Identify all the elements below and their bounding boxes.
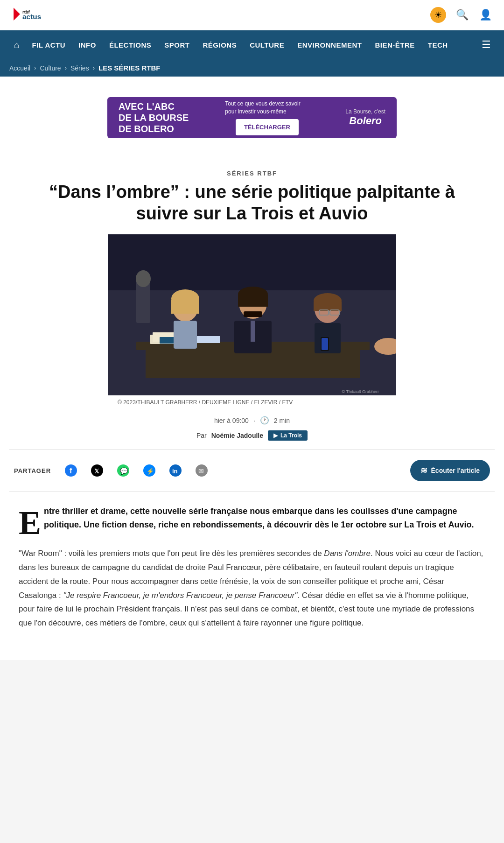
article-paragraph-1: "War Room" : voilà les premiers mots que… <box>19 547 485 630</box>
share-bar: PARTAGER f 𝕏 💬 ⚡ in ✉ ≋ Écouter l'articl… <box>0 450 504 492</box>
article-lead: Entre thriller et drame, cette nouvelle … <box>19 505 485 537</box>
article-title: “Dans l’ombre” : une série politique pal… <box>0 182 504 234</box>
nav-item-regions[interactable]: RÉGIONS <box>196 33 243 57</box>
lead-text: ntre thriller et drame, cette nouvelle s… <box>44 506 474 529</box>
svg-marker-0 <box>14 8 20 21</box>
svg-text:⚡: ⚡ <box>147 467 154 475</box>
listen-label: Écouter l'article <box>431 467 480 474</box>
svg-text:© Thibault Grabherr: © Thibault Grabherr <box>342 389 379 394</box>
nav-item-info[interactable]: INFO <box>72 33 103 57</box>
channel-name: La Trois <box>280 432 302 439</box>
article-section-label: SÉRIES RTBF <box>0 157 504 182</box>
ad-banner[interactable]: AVEC L'ABC DE LA BOURSE DE BOLERO Tout c… <box>107 97 397 138</box>
share-messenger-button[interactable]: ⚡ <box>140 462 158 479</box>
user-icon[interactable]: 👤 <box>478 7 493 22</box>
channel-arrow-icon: ▶ <box>273 432 278 439</box>
svg-text:f: f <box>70 467 72 475</box>
share-twitter-button[interactable]: 𝕏 <box>88 462 106 479</box>
share-whatsapp-button[interactable]: 💬 <box>114 462 132 479</box>
main-nav: ⌂ FIL ACTU INFO ÉLECTIONS SPORT RÉGIONS … <box>0 30 504 59</box>
breadcrumb-culture[interactable]: Culture <box>40 64 61 72</box>
article-meta: hier à 09:00 · 🕐 2 min <box>0 409 504 428</box>
breadcrumb-home[interactable]: Accueil <box>9 64 30 72</box>
share-email-button[interactable]: ✉ <box>193 462 210 479</box>
dropcap: E <box>19 509 41 537</box>
article-container: AVEC L'ABC DE LA BOURSE DE BOLERO Tout c… <box>0 77 504 660</box>
share-label: PARTAGER <box>14 467 51 474</box>
weather-icon[interactable]: ☀ <box>430 7 446 23</box>
svg-rect-13 <box>171 300 199 314</box>
article-time: hier à 09:00 <box>214 417 249 424</box>
svg-rect-20 <box>251 321 255 342</box>
nav-item-sport[interactable]: SPORT <box>158 33 196 57</box>
svg-rect-18 <box>244 311 262 317</box>
svg-text:✉: ✉ <box>198 467 204 475</box>
nav-item-bienetre[interactable]: BIEN-ÊTRE <box>368 33 421 57</box>
svg-point-32 <box>136 270 151 287</box>
breadcrumb-sep-2: › <box>65 64 67 71</box>
nav-item-filactu[interactable]: FIL ACTU <box>26 33 72 57</box>
nav-item-tech[interactable]: TECH <box>421 33 455 57</box>
ad-right: La Bourse, c'est Bolero <box>345 108 385 127</box>
svg-text:💬: 💬 <box>120 467 128 475</box>
byline-prefix: Par <box>196 432 207 439</box>
byline-channel[interactable]: ▶ La Trois <box>268 430 308 441</box>
header-icons: ☀ 🔍 👤 <box>430 7 493 23</box>
svg-rect-6 <box>146 350 360 378</box>
ad-download-button[interactable]: TÉLÉCHARGER <box>236 119 299 135</box>
svg-text:in: in <box>172 468 178 475</box>
article-body: Entre thriller et drame, cette nouvelle … <box>0 492 504 646</box>
image-caption: © 2023/THIBAULT GRABHERR / DEUXIEME LIGN… <box>108 395 396 409</box>
nav-item-environnement[interactable]: ENVIRONNEMENT <box>291 33 368 57</box>
svg-rect-31 <box>136 281 150 323</box>
listen-button[interactable]: ≋ Écouter l'article <box>410 460 490 481</box>
hero-image: © Thibault Grabherr <box>108 234 396 395</box>
share-facebook-button[interactable]: f <box>62 462 80 479</box>
clock-icon: 🕐 <box>260 416 269 425</box>
search-icon[interactable]: 🔍 <box>455 7 469 22</box>
nav-item-culture[interactable]: CULTURE <box>243 33 291 57</box>
svg-rect-29 <box>322 338 328 350</box>
article-byline: Par Noémie Jadoulle ▶ La Trois <box>0 428 504 449</box>
sound-icon: ≋ <box>420 465 427 476</box>
article-read-time: 2 min <box>274 417 290 424</box>
nav-item-elections[interactable]: ÉLECTIONS <box>103 33 158 57</box>
hero-image-container: © Thibault Grabherr © 2023/THIBAULT GRAB… <box>0 234 504 409</box>
svg-rect-14 <box>174 321 197 349</box>
header: rtbf actus ☀ 🔍 👤 <box>0 0 504 30</box>
logo[interactable]: rtbf actus <box>11 5 67 25</box>
nav-home[interactable]: ⌂ <box>8 31 26 59</box>
hamburger-menu[interactable]: ☰ <box>477 30 496 59</box>
breadcrumb-sep-3: › <box>93 64 95 71</box>
breadcrumb-sep-1: › <box>34 64 36 71</box>
share-linkedin-button[interactable]: in <box>167 462 184 479</box>
svg-text:actus: actus <box>22 13 41 21</box>
breadcrumb-current: LES SÉRIES RTBF <box>98 64 161 72</box>
breadcrumb: Accueil › Culture › Séries › LES SÉRIES … <box>0 59 504 77</box>
breadcrumb-series[interactable]: Séries <box>70 64 89 72</box>
svg-rect-17 <box>238 295 268 307</box>
ad-middle-text: Tout ce que vous devez savoir pour inves… <box>225 100 309 116</box>
byline-author[interactable]: Noémie Jadoulle <box>211 432 263 439</box>
svg-text:𝕏: 𝕏 <box>94 468 99 475</box>
ad-text-left: AVEC L'ABC DE LA BOURSE DE BOLERO <box>119 101 189 134</box>
